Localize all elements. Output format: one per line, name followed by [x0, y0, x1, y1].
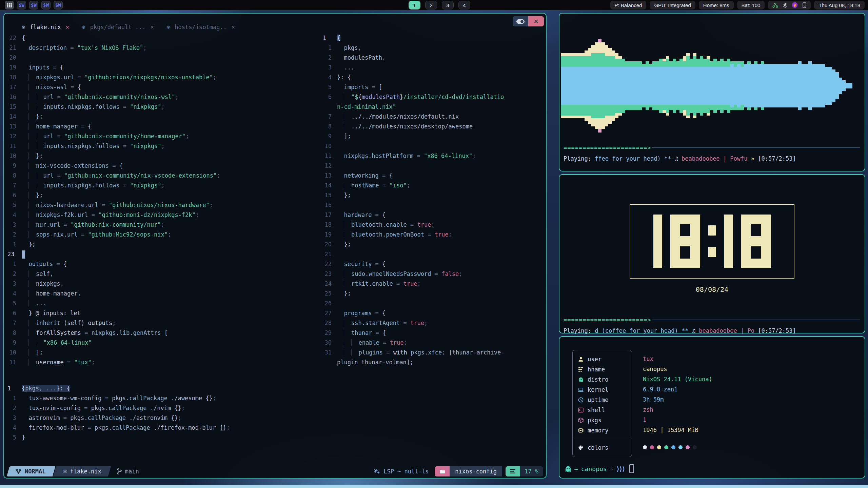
code-line: 2 tux-nvim-config = pkgs.callPackage ./n…	[4, 403, 318, 413]
code-line: 2 modulesPath,	[319, 53, 544, 63]
mode-segment: NORMAL	[9, 466, 52, 476]
scroll-percent: 17 %	[520, 466, 543, 476]
lines-icon	[510, 469, 515, 474]
cwd-label: nixos-config	[455, 468, 497, 475]
branch-icon	[117, 468, 122, 474]
workspace-badge[interactable]: $W	[29, 1, 38, 9]
editor-cursor	[22, 250, 25, 259]
fetch-value-kernel: 6.9.8-zen1	[643, 384, 712, 394]
top-bar: $W$W$W$W 1234 P: BalancedGPU: Integrated…	[0, 0, 868, 10]
gears-icon	[373, 468, 380, 474]
code-line: 5 imports = [	[319, 82, 544, 92]
code-line: 29 thunar = {	[319, 328, 544, 338]
fetch-row-uptime: uptime	[578, 395, 632, 405]
fetch-row-distro: distro	[578, 374, 632, 385]
code-line: 3 astronvim = pkgs.callPackage ./astronv…	[4, 413, 318, 423]
topbar-right-group: P: BalancedGPU: IntegratedHome: 8msBat: …	[610, 1, 865, 9]
code-line: 22 security = {	[319, 259, 544, 269]
fetch-row-memory: memory	[578, 425, 632, 435]
editor-tabbar: ❄flake.nix×❄pkgs/default ...×❄hosts/isoI…	[4, 14, 546, 33]
neovim-window: ❄flake.nix×❄pkgs/default ...×❄hosts/isoI…	[3, 13, 547, 479]
workspace-badge[interactable]: $W	[17, 1, 26, 9]
fetch-label: distro	[588, 376, 608, 383]
fetch-row-pkgs: pkgs	[578, 415, 632, 425]
tab-close-icon[interactable]: ×	[66, 24, 69, 30]
nix-flake-icon: ❄	[82, 24, 85, 30]
code-line: 23	[4, 249, 318, 259]
code-line: plugin thunar-volman];	[319, 358, 544, 367]
code-line: 9 nix-vscode-extensions = {	[4, 161, 318, 171]
uptime-icon	[578, 397, 584, 403]
code-pane-flake[interactable]: 22{21 description = "tux's NixOS Flake";…	[4, 33, 318, 369]
cwd-folder-segment	[435, 466, 450, 476]
status-pill: GPU: Integrated	[650, 1, 695, 9]
code-line: 7 ../../modules/nixos/default.nix	[319, 112, 544, 122]
editor-tab[interactable]: ❄pkgs/default ...×	[82, 24, 154, 30]
color-dot	[678, 445, 683, 449]
color-dot	[664, 445, 668, 449]
fetch-value-hname: canopus	[643, 364, 712, 374]
app-grid-button[interactable]	[5, 1, 14, 9]
toggle-icon	[516, 19, 525, 24]
window-toggle-button[interactable]	[513, 16, 528, 26]
status-pill: P: Balanced	[610, 1, 647, 9]
topbar-left-group: $W$W$W$W	[0, 1, 63, 9]
code-line: 11 username = "tux";	[4, 358, 318, 367]
code-pane-pkgs[interactable]: 1{pkgs, ...}: {1 tux-awesome-wm-config =…	[4, 384, 318, 455]
fetch-info-box: userhnamedistrokerneluptimeshellpkgsmemo…	[572, 350, 632, 457]
user-icon	[578, 357, 584, 362]
network-icon[interactable]	[772, 2, 778, 8]
fetch-label: hname	[588, 366, 605, 373]
workspace-badge[interactable]: $W	[41, 1, 51, 9]
workspace-button-2[interactable]: 2	[425, 1, 437, 9]
code-line: 15 };	[319, 190, 544, 200]
code-line: 18 bluetooth.enable = true;	[319, 220, 544, 230]
music-app-icon[interactable]	[792, 2, 798, 8]
color-palette-dots	[643, 445, 697, 449]
fetch-row-user: user	[578, 354, 632, 364]
workspace-button-1[interactable]: 1	[409, 1, 420, 9]
color-dot	[650, 445, 654, 449]
tab-label: pkgs/default ...	[90, 24, 146, 30]
clock-window: 08/08/24 ======================> Playing…	[559, 174, 865, 333]
workspace-badge[interactable]: $W	[54, 1, 63, 9]
code-line: 5 nixos-hardware.url = "github:nixos/nix…	[4, 200, 318, 210]
file-segment: ❄ flake.nix	[56, 466, 108, 476]
code-line: 14 };	[4, 112, 318, 122]
tab-close-icon[interactable]: ×	[232, 24, 235, 30]
fetch-value-uptime: 3h 59m	[643, 394, 712, 405]
progress-bar-text: ======================>	[564, 144, 651, 151]
code-line: 19 inputs = {	[4, 63, 318, 73]
tray-icons-pill	[768, 1, 811, 9]
fetch-row-colors: colors	[578, 443, 632, 453]
code-pane-iso[interactable]: 1{1 pkgs,2 modulesPath,3 ...4}: {5 impor…	[319, 33, 544, 369]
bluetooth-icon[interactable]	[783, 2, 787, 8]
phone-icon[interactable]	[803, 2, 806, 8]
code-line: 3 ...	[319, 63, 544, 73]
shell-icon	[578, 407, 584, 413]
clock-digit	[724, 215, 733, 268]
editor-tab[interactable]: ❄flake.nix×	[22, 24, 69, 30]
terminal-cursor	[629, 464, 634, 473]
workspace-button-3[interactable]: 3	[442, 1, 454, 9]
code-line: 11 nixpkgs.hostPlatform = "x86_64-linux"…	[319, 151, 544, 161]
fetch-label: memory	[588, 427, 608, 434]
clock-pill[interactable]: Thu Aug 08, 18:18	[814, 1, 865, 9]
code-line: 20 };	[319, 240, 544, 249]
code-line: 31 plugins = with pkgs.xfce; [thunar-arc…	[319, 348, 544, 358]
palette-icon	[578, 445, 584, 450]
close-icon: ✕	[533, 18, 539, 25]
workspace-button-4[interactable]: 4	[458, 1, 470, 9]
shell-prompt[interactable]: → canopus ~ ⟩⟩⟩	[565, 464, 634, 473]
code-line: 30 enable = true;	[319, 338, 544, 348]
code-line: 9 ];	[319, 131, 544, 141]
color-dot	[671, 445, 675, 449]
fetch-value-shell: zsh	[643, 405, 712, 415]
window-close-button[interactable]: ✕	[528, 16, 544, 26]
code-line: 12 url = "github:nix-community/home-mana…	[4, 131, 318, 141]
code-line: 4 nixpkgs-f2k.url = "github:moni-dz/nixp…	[4, 210, 318, 220]
fetch-label: pkgs	[588, 417, 601, 424]
fetch-value-user: tux	[643, 354, 712, 364]
tab-close-icon[interactable]: ×	[150, 24, 154, 30]
editor-tab[interactable]: ❄hosts/isoImag..×	[167, 24, 235, 30]
